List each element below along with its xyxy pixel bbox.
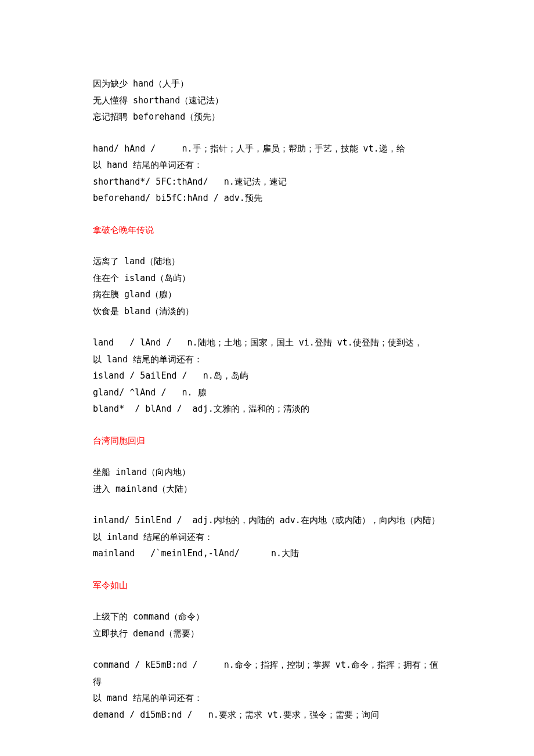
definition-line: 以 hand 结尾的单词还有： (93, 157, 441, 174)
blank-line (93, 125, 441, 141)
definition-line: demand / di5mB:nd / n.要求；需求 vt.要求，强令；需要；… (93, 707, 441, 723)
mnemonic-line: 病在胰 gland（腺） (93, 286, 441, 303)
mnemonic-line: 住在个 island（岛屿） (93, 270, 441, 287)
mnemonic-line: 进入 mainland（大陆） (93, 481, 441, 498)
definition-line: gland/ ^lAnd / n. 腺 (93, 384, 441, 401)
definition-line: 以 inland 结尾的单词还有： (93, 529, 441, 546)
definition-line: 以 mand 结尾的单词还有： (93, 690, 441, 707)
blank-line (93, 642, 441, 657)
definition-line: hand/ hAnd / n.手；指针；人手，雇员；帮助；手艺，技能 vt.递，… (93, 141, 441, 157)
blank-line (93, 319, 441, 334)
mnemonic-line: 上级下的 command（命令） (93, 609, 441, 625)
section-heading: 军令如山 (93, 577, 441, 594)
definition-line: inland/ 5inlEnd / adj.内地的，内陆的 adv.在内地（或内… (93, 512, 441, 529)
definition-line: bland* / blAnd / adj.文雅的，温和的；清淡的 (93, 401, 441, 417)
mnemonic-line: 饮食是 bland（清淡的） (93, 303, 441, 320)
mnemonic-line: 远离了 land（陆地） (93, 253, 441, 270)
definition-line: island / 5ailEnd / n.岛，岛屿 (93, 368, 441, 384)
section-heading: 拿破仑晚年传说 (93, 222, 441, 239)
section-heading: 台湾同胞回归 (93, 433, 441, 449)
mnemonic-line: 因为缺少 hand（人手） (93, 75, 441, 92)
definition-line: command / kE5mB:nd / n.命令；指挥，控制；掌握 vt.命令… (93, 657, 441, 690)
definition-line: land / lAnd / n.陆地；土地；国家，国土 vi.登陆 vt.使登陆… (93, 334, 441, 351)
definition-line: 以 land 结尾的单词还有： (93, 351, 441, 368)
definition-line: shorthand*/ 5FC:thAnd/ n.速记法，速记 (93, 174, 441, 190)
definition-line: mainland /`meinlEnd,-lAnd/ n.大陆 (93, 545, 441, 562)
mnemonic-line: 立即执行 demand（需要） (93, 625, 441, 642)
blank-line (93, 497, 441, 512)
mnemonic-line: 坐船 inland（向内地） (93, 464, 441, 481)
mnemonic-line: 无人懂得 shorthand（速记法） (93, 92, 441, 109)
document-page: 因为缺少 hand（人手） 无人懂得 shorthand（速记法） 忘记招聘 b… (0, 0, 534, 756)
definition-line: beforehand/ bi5fC:hAnd / adv.预先 (93, 190, 441, 207)
mnemonic-line: 忘记招聘 beforehand（预先） (93, 109, 441, 125)
